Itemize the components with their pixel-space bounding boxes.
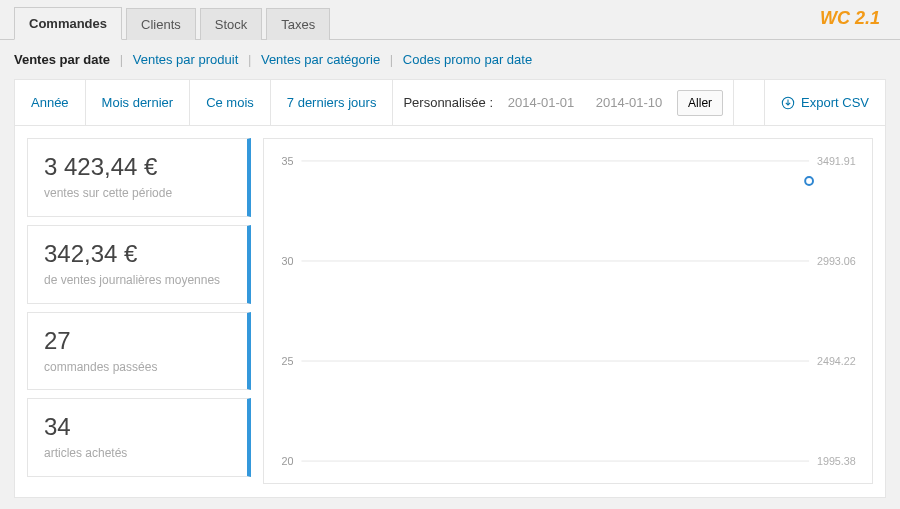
tab-clients[interactable]: Clients [126,8,196,40]
range-ce-mois[interactable]: Ce mois [190,80,271,125]
range-7-jours[interactable]: 7 derniers jours [271,80,394,125]
custom-range: Personnalisée : Aller [393,80,734,125]
tab-stock[interactable]: Stock [200,8,263,40]
stat-label: articles achetés [44,445,231,462]
svg-text:35: 35 [282,155,294,167]
custom-range-label: Personnalisée : [403,95,493,110]
go-button[interactable]: Aller [677,90,723,116]
svg-text:2494.22: 2494.22 [817,355,856,367]
svg-text:2993.06: 2993.06 [817,255,856,267]
stat-value: 3 423,44 € [44,153,231,181]
stat-orders[interactable]: 27 commandes passées [27,312,251,391]
svg-text:25: 25 [282,355,294,367]
top-tabs: Commandes Clients Stock Taxes WC 2.1 [0,0,900,40]
export-csv-label: Export CSV [801,95,869,110]
stat-label: ventes sur cette période [44,185,231,202]
separator: | [390,52,393,67]
brand-label: WC 2.1 [820,8,880,29]
separator: | [248,52,251,67]
export-csv-button[interactable]: Export CSV [764,80,885,125]
tab-taxes[interactable]: Taxes [266,8,330,40]
chart-svg: 353491.91302993.06252494.22201995.38 [274,153,862,469]
stat-daily-avg[interactable]: 342,34 € de ventes journalières moyennes [27,225,251,304]
stat-value: 27 [44,327,231,355]
date-from-input[interactable] [501,95,581,110]
report-panel: Année Mois dernier Ce mois 7 derniers jo… [14,79,886,498]
subnav-ventes-par-categorie[interactable]: Ventes par catégorie [261,52,380,67]
range-annee[interactable]: Année [15,80,86,125]
svg-text:30: 30 [282,255,294,267]
date-to-input[interactable] [589,95,669,110]
stat-label: de ventes journalières moyennes [44,272,231,289]
tab-commandes[interactable]: Commandes [14,7,122,40]
svg-point-13 [805,177,813,185]
stat-label: commandes passées [44,359,231,376]
download-icon [781,96,795,110]
report-content: 3 423,44 € ventes sur cette période 342,… [15,126,885,497]
stats-column: 3 423,44 € ventes sur cette période 342,… [27,138,251,485]
subnav-ventes-par-produit[interactable]: Ventes par produit [133,52,239,67]
svg-text:20: 20 [282,455,294,467]
report-subnav: Ventes par date | Ventes par produit | V… [0,40,900,79]
subnav-codes-promo[interactable]: Codes promo par date [403,52,532,67]
sales-chart: 353491.91302993.06252494.22201995.38 [263,138,873,484]
date-range-tabs: Année Mois dernier Ce mois 7 derniers jo… [15,80,885,126]
svg-text:3491.91: 3491.91 [817,155,856,167]
stat-items[interactable]: 34 articles achetés [27,398,251,477]
subnav-ventes-par-date[interactable]: Ventes par date [14,52,110,67]
stat-total-sales[interactable]: 3 423,44 € ventes sur cette période [27,138,251,217]
svg-text:1995.38: 1995.38 [817,455,856,467]
stat-value: 34 [44,413,231,441]
stat-value: 342,34 € [44,240,231,268]
range-mois-dernier[interactable]: Mois dernier [86,80,191,125]
separator: | [120,52,123,67]
